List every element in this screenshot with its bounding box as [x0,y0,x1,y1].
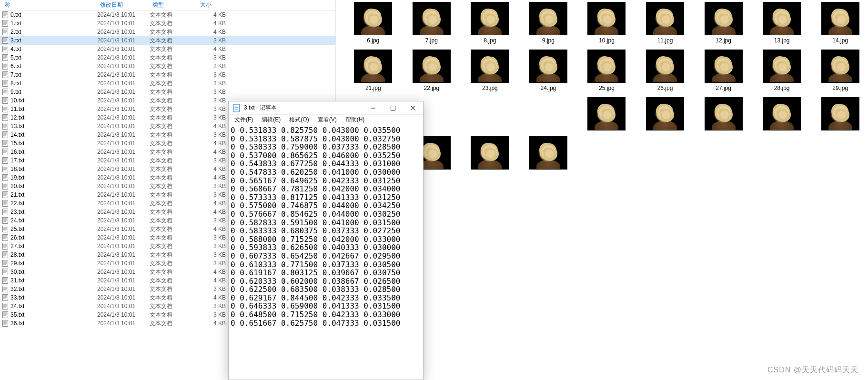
file-size: 3 KB [197,234,231,241]
file-date: 2024/1/3 10:01 [97,294,150,301]
image-item[interactable] [637,95,693,130]
image-item[interactable] [696,95,751,130]
image-item[interactable]: 27.jpg [696,48,751,91]
image-item[interactable] [521,134,576,170]
file-type: 文本文档 [150,140,197,148]
file-row[interactable]: 6.txt2024/1/3 10:01文本文档2 KB [0,62,335,70]
image-item[interactable]: 13.jpg [754,0,810,44]
image-item[interactable]: 10.jpg [579,0,635,44]
txt-file-icon [2,277,9,284]
file-name: 15.txt [10,140,97,147]
file-type: 文本文档 [150,234,197,242]
image-item[interactable] [521,95,576,130]
image-item[interactable]: 29.jpg [812,48,868,91]
close-button[interactable] [403,101,423,115]
image-item[interactable] [462,95,518,130]
file-type: 文本文档 [150,88,197,96]
file-type: 文本文档 [150,225,197,233]
svg-rect-185 [233,104,239,112]
file-row[interactable]: 8.txt2024/1/3 10:01文本文档3 KB [0,79,335,88]
image-item[interactable]: 7.jpg [404,0,460,44]
image-item[interactable] [812,95,868,130]
image-item[interactable] [579,95,635,130]
file-row[interactable]: 3.txt2024/1/3 10:01文本文档3 KB [0,36,335,45]
file-type: 文本文档 [150,71,197,79]
image-label: 27.jpg [716,83,731,91]
image-item[interactable]: 11.jpg [637,0,693,44]
file-size: 3 KB [197,243,231,250]
file-type: 文本文档 [150,37,197,45]
image-item[interactable]: 21.jpg [345,48,401,91]
image-item[interactable] [462,134,518,170]
file-name: 22.txt [10,200,97,207]
file-size: 4 KB [197,226,231,232]
file-row[interactable]: 0.txt2024/1/3 10:01文本文档4 KB [0,10,335,19]
file-size: 2 KB [197,63,231,70]
menu-view[interactable]: 查看(V) [314,115,341,125]
image-label: 12.jpg [716,35,731,44]
txt-file-icon [2,243,9,250]
svg-rect-190 [391,106,395,110]
image-label: 14.jpg [832,35,848,44]
image-thumbnail [354,50,392,83]
image-item[interactable]: 14.jpg [812,0,868,44]
column-type[interactable]: 类型 [150,0,197,10]
file-date: 2024/1/3 10:01 [97,226,150,232]
image-thumbnail [587,2,626,35]
file-date: 2024/1/3 10:01 [97,106,150,112]
image-item[interactable]: 24.jpg [521,48,576,91]
menu-format[interactable]: 格式(O) [285,115,313,125]
file-size: 4 KB [197,46,231,52]
notepad-window[interactable]: 3.txt - 记事本 文件(F) 编辑(E) 格式(O) 查看(V) 帮助(H… [228,101,424,380]
maximize-button[interactable] [383,101,403,115]
file-type: 文本文档 [150,54,197,62]
menu-file[interactable]: 文件(F) [231,115,257,125]
txt-file-icon [2,166,9,172]
notepad-text-area[interactable]: 0 0.531833 0.825750 0.043000 0.035500 0 … [229,125,423,380]
file-row[interactable]: 9.txt2024/1/3 10:01文本文档3 KB [0,88,335,96]
file-type: 文本文档 [150,294,197,302]
image-thumbnail [587,50,626,83]
file-name: 12.txt [10,114,97,121]
file-row[interactable]: 5.txt2024/1/3 10:01文本文档3 KB [0,53,335,62]
txt-file-icon [2,226,9,232]
file-row[interactable]: 7.txt2024/1/3 10:01文本文档3 KB [0,70,335,79]
txt-file-icon [2,80,9,87]
column-size[interactable]: 大小 [197,0,231,10]
image-item[interactable] [754,95,810,130]
column-date[interactable]: 修改日期 [97,0,150,10]
menu-help[interactable]: 帮助(H) [342,115,369,125]
image-label: 28.jpg [774,83,790,91]
minimize-button[interactable] [363,101,383,115]
image-item[interactable]: 26.jpg [637,48,693,91]
file-row[interactable]: 4.txt2024/1/3 10:01文本文档4 KB [0,45,335,53]
txt-file-icon [2,183,9,190]
image-item[interactable]: 12.jpg [696,0,751,44]
file-date: 2024/1/3 10:01 [97,209,150,215]
file-row[interactable]: 2.txt2024/1/3 10:01文本文档4 KB [0,28,335,36]
image-item[interactable]: 25.jpg [579,48,635,91]
image-item[interactable]: 28.jpg [754,48,810,91]
file-date: 2024/1/3 10:01 [97,80,150,87]
image-item[interactable]: 8.jpg [462,0,518,44]
image-item[interactable]: 22.jpg [404,48,460,91]
file-date: 2024/1/3 10:01 [97,37,150,44]
notepad-titlebar[interactable]: 3.txt - 记事本 [229,101,423,115]
file-type: 文本文档 [150,11,197,19]
image-label: 11.jpg [657,35,673,44]
image-thumbnail [354,2,392,35]
menu-edit[interactable]: 编辑(E) [258,115,284,125]
file-row[interactable]: 1.txt2024/1/3 10:01文本文档4 KB [0,19,335,28]
file-name: 28.txt [10,251,97,258]
file-type: 文本文档 [150,285,197,293]
file-name: 10.txt [10,97,97,104]
file-size: 4 KB [197,11,231,18]
image-label: 29.jpg [832,83,848,91]
file-name: 26.txt [10,234,97,241]
image-item[interactable]: 9.jpg [521,0,576,44]
file-size: 3 KB [197,251,231,258]
file-name: 21.txt [10,191,97,198]
image-item[interactable]: 23.jpg [462,48,518,91]
column-name[interactable]: 称 [2,0,97,10]
image-item[interactable]: 6.jpg [345,0,401,44]
